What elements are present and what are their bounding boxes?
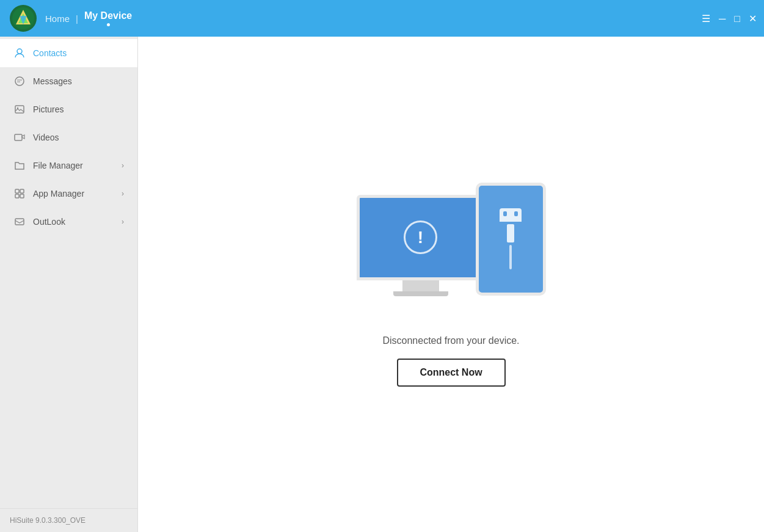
svg-rect-9	[15, 189, 19, 193]
outlook-icon	[13, 216, 26, 228]
svg-rect-10	[20, 189, 24, 193]
pictures-label: Pictures	[33, 104, 124, 114]
phone-device	[476, 183, 546, 296]
minimize-button[interactable]: ─	[719, 13, 726, 24]
svg-rect-13	[15, 219, 24, 225]
messages-icon	[13, 75, 26, 87]
pictures-icon	[13, 103, 26, 115]
sidebar-item-pictures[interactable]: Pictures	[0, 95, 137, 123]
nav-mydevice[interactable]: My Device	[84, 10, 132, 26]
sidebar-item-file-manager[interactable]: File Manager ›	[0, 151, 137, 180]
contacts-icon	[13, 47, 26, 59]
svg-point-7	[17, 107, 18, 109]
app-manager-icon	[13, 188, 26, 200]
app-layout: Contacts Messages	[0, 37, 764, 532]
usb-connector-mid	[507, 224, 514, 242]
menu-icon[interactable]: ☰	[702, 13, 710, 24]
file-manager-label: File Manager	[33, 161, 114, 170]
outlook-label: OutLook	[33, 217, 114, 227]
sidebar-item-videos[interactable]: Videos	[0, 123, 137, 151]
version-label: HiSuite 9.0.3.300_OVE	[0, 508, 137, 532]
sidebar-item-app-manager[interactable]: App Manager ›	[0, 180, 137, 208]
exclamation-icon: !	[404, 220, 437, 254]
svg-point-4	[17, 49, 22, 54]
app-logo	[10, 5, 37, 32]
nav-separator: |	[76, 13, 78, 24]
sidebar-item-outlook[interactable]: OutLook ›	[0, 208, 137, 236]
window-controls: ☰ ─ □ ✕	[702, 13, 757, 24]
videos-label: Videos	[33, 133, 124, 142]
contacts-label: Contacts	[33, 48, 124, 58]
nav-home[interactable]: Home	[45, 13, 70, 24]
disconnected-text: Disconnected from your device.	[382, 335, 519, 346]
usb-icon	[500, 208, 522, 269]
file-manager-chevron: ›	[122, 161, 124, 170]
svg-point-5	[15, 77, 24, 86]
sidebar-item-contacts[interactable]: Contacts	[0, 39, 137, 67]
svg-rect-12	[20, 194, 24, 198]
sidebar: Contacts Messages	[0, 37, 138, 532]
messages-label: Messages	[33, 76, 124, 86]
monitor: !	[357, 195, 485, 299]
svg-rect-11	[15, 194, 19, 198]
maximize-button[interactable]: □	[734, 13, 740, 24]
close-button[interactable]: ✕	[749, 13, 757, 24]
app-manager-chevron: ›	[122, 189, 124, 198]
active-dot	[107, 23, 110, 26]
nav-links: Home | My Device	[45, 10, 132, 26]
monitor-stand	[402, 280, 439, 291]
app-manager-label: App Manager	[33, 189, 114, 199]
file-manager-icon	[13, 159, 26, 172]
sidebar-item-messages[interactable]: Messages	[0, 67, 137, 95]
monitor-base	[393, 291, 448, 296]
svg-rect-8	[15, 134, 22, 140]
outlook-chevron: ›	[122, 217, 124, 226]
sidebar-items: Contacts Messages	[0, 37, 137, 508]
monitor-screen: !	[357, 195, 485, 280]
disconnected-illustration: !	[357, 183, 546, 317]
connect-now-button[interactable]: Connect Now	[397, 359, 506, 387]
usb-cord	[509, 245, 512, 269]
main-content: ! Disconnected from your device. Connect…	[138, 37, 764, 532]
videos-icon	[13, 131, 26, 144]
usb-connector-top	[500, 208, 522, 222]
titlebar: Home | My Device ☰ ─ □ ✕	[0, 0, 764, 37]
svg-rect-6	[15, 106, 24, 113]
